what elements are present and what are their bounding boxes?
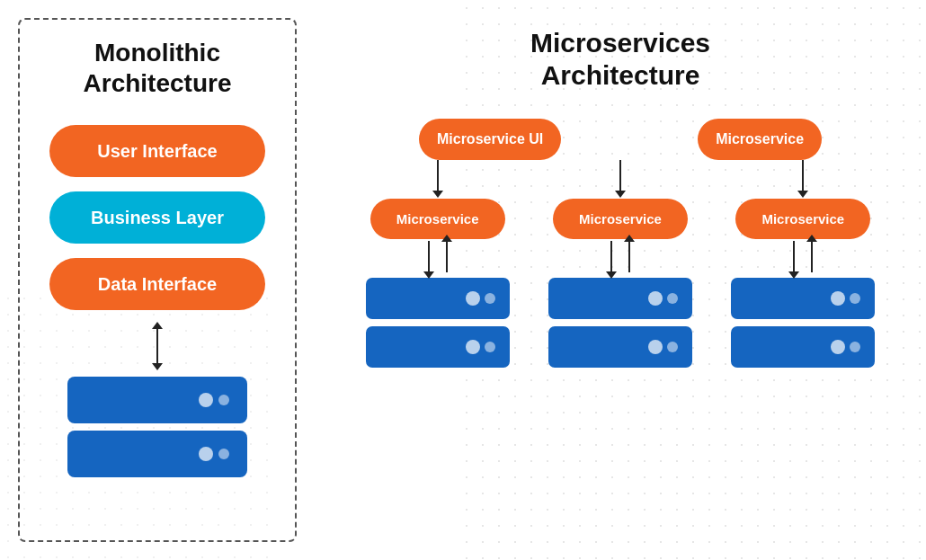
- c4: [485, 342, 495, 352]
- c11: [831, 340, 845, 354]
- arr-down-1a: [428, 241, 430, 272]
- bidirectional-arrow: [156, 328, 158, 364]
- db-box-2: [67, 431, 247, 477]
- micro-col-1: Microservice: [346, 160, 529, 368]
- db-sm-3a: [731, 278, 875, 319]
- arr-up-3b: [811, 241, 813, 272]
- c2: [485, 293, 495, 304]
- db-stack-3: [731, 278, 875, 368]
- c6: [667, 293, 678, 304]
- arr-up-1b: [446, 241, 448, 272]
- arr-down-3a: [793, 241, 795, 272]
- db-circle-large-2: [199, 447, 213, 461]
- db-box-1: [67, 377, 247, 423]
- c3: [466, 340, 480, 354]
- arrow-down-3: [802, 160, 804, 191]
- db-sm-3b: [731, 326, 875, 368]
- arrows-col3: [793, 241, 813, 272]
- db-circle-small-2: [218, 449, 229, 459]
- top-pill-row: Microservice UI Microservice: [342, 119, 899, 160]
- c12: [850, 342, 860, 352]
- c9: [831, 291, 845, 306]
- c10: [850, 293, 860, 304]
- monolithic-section: Monolithic Architecture User Interface B…: [18, 18, 297, 542]
- arr-down-2a: [610, 241, 612, 272]
- db-sm-2a: [548, 278, 692, 319]
- micro-col-2: Microservice: [529, 160, 711, 368]
- db-stack: [67, 377, 247, 477]
- microservice-ui-pill: Microservice UI: [419, 119, 561, 160]
- db-circle-small: [218, 395, 229, 405]
- microservices-section: Microservices Architecture Microservice …: [324, 18, 908, 542]
- arrow-down-1: [437, 160, 439, 191]
- middle-section: Microservice: [342, 160, 899, 368]
- db-sm-1b: [366, 326, 510, 368]
- business-layer-box: Business Layer: [49, 191, 265, 244]
- c7: [648, 340, 663, 354]
- arr-up-2b: [628, 241, 630, 272]
- micro-col-3: Microservice: [712, 160, 895, 368]
- db-circle-large: [199, 393, 213, 407]
- c5: [648, 291, 663, 306]
- db-stack-1: [366, 278, 510, 368]
- arrow-down-2: [619, 160, 621, 191]
- main-container: Monolithic Architecture User Interface B…: [0, 0, 926, 560]
- db-sm-1a: [366, 278, 510, 319]
- c1: [466, 291, 480, 306]
- monolithic-title: Monolithic Architecture: [84, 38, 232, 98]
- arrows-col2: [610, 241, 630, 272]
- user-interface-box: User Interface: [49, 125, 265, 177]
- data-interface-box: Data Interface: [49, 258, 265, 310]
- db-sm-2b: [548, 326, 692, 368]
- microservice-top-right-pill: Microservice: [698, 119, 822, 160]
- db-stack-2: [548, 278, 692, 368]
- microservices-title: Microservices Architecture: [342, 27, 899, 92]
- top-col-right: Microservice: [698, 119, 822, 160]
- microservice-mid-3: Microservice: [735, 199, 870, 239]
- microservice-mid-1: Microservice: [370, 199, 505, 239]
- microservice-mid-2: Microservice: [553, 199, 688, 239]
- arrows-col1: [428, 241, 448, 272]
- c8: [667, 342, 678, 352]
- top-col-left: Microservice UI: [419, 119, 561, 160]
- arrow-line: [156, 328, 158, 364]
- micro-diagram: Microservice UI Microservice Microservic…: [342, 119, 899, 368]
